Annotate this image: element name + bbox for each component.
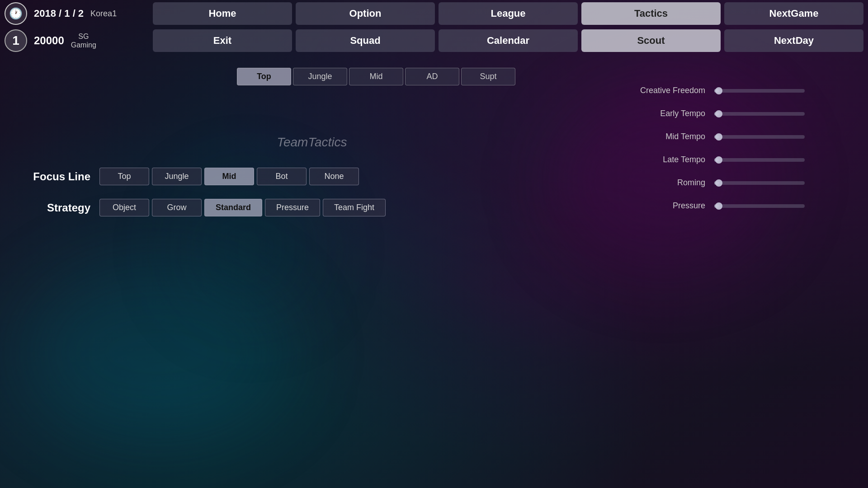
role-tab-mid[interactable]: Mid <box>349 68 403 85</box>
strategy-teamfight-button[interactable]: Team Fight <box>323 199 386 216</box>
focus-bot-button[interactable]: Bot <box>257 168 307 185</box>
nextday-button[interactable]: NextDay <box>724 29 863 52</box>
calendar-button[interactable]: Calendar <box>439 29 578 52</box>
slider-roming: Roming <box>624 178 850 188</box>
slider-mid-tempo: Mid Tempo <box>624 132 850 141</box>
early-tempo-track[interactable] <box>714 112 805 116</box>
strategy-row: Strategy Object Grow Standard Pressure T… <box>18 199 606 216</box>
late-tempo-track[interactable] <box>714 158 805 162</box>
money-display: 20000 <box>34 34 64 47</box>
team-tactics-label: TeamTactics <box>18 135 606 150</box>
focus-jungle-button[interactable]: Jungle <box>152 168 202 185</box>
late-tempo-label: Late Tempo <box>624 155 705 164</box>
roming-track[interactable] <box>714 181 805 185</box>
role-tab-ad[interactable]: AD <box>405 68 459 85</box>
date-display: 2018 / 1 / 2 <box>34 8 84 19</box>
slider-pressure: Pressure <box>624 201 850 211</box>
strategy-pressure-button[interactable]: Pressure <box>265 199 320 216</box>
pressure-label: Pressure <box>624 201 705 211</box>
focus-line-label: Focus Line <box>18 170 90 183</box>
slider-creative-freedom: Creative Freedom <box>624 86 850 95</box>
strategy-grow-button[interactable]: Grow <box>152 199 202 216</box>
focus-line-row: Focus Line Top Jungle Mid Bot None <box>18 168 606 185</box>
role-tab-top[interactable]: Top <box>237 68 291 85</box>
creative-freedom-label: Creative Freedom <box>624 86 705 95</box>
strategy-buttons: Object Grow Standard Pressure Team Fight <box>99 199 386 216</box>
exit-button[interactable]: Exit <box>153 29 292 52</box>
strategy-label: Strategy <box>18 202 90 214</box>
tactics-button[interactable]: Tactics <box>581 2 721 25</box>
slider-late-tempo: Late Tempo <box>624 155 850 164</box>
squad-button[interactable]: Squad <box>296 29 435 52</box>
early-tempo-label: Early Tempo <box>624 109 705 118</box>
strategy-standard-button[interactable]: Standard <box>204 199 262 216</box>
role-tab-jungle[interactable]: Jungle <box>293 68 347 85</box>
sliders-section: Creative Freedom Early Tempo Mid Tempo <box>624 86 850 211</box>
focus-none-button[interactable]: None <box>309 168 359 185</box>
team-name-display: SGGaming <box>71 32 96 49</box>
clock-icon: 🕐 <box>5 2 27 25</box>
creative-freedom-track[interactable] <box>714 89 805 93</box>
scout-button[interactable]: Scout <box>581 29 721 52</box>
league-button[interactable]: League <box>439 2 578 25</box>
role-tabs: Top Jungle Mid AD Supt <box>237 68 515 85</box>
strategy-object-button[interactable]: Object <box>99 199 149 216</box>
focus-mid-button[interactable]: Mid <box>204 168 254 185</box>
option-button[interactable]: Option <box>296 2 435 25</box>
home-button[interactable]: Home <box>153 2 292 25</box>
focus-line-buttons: Top Jungle Mid Bot None <box>99 168 359 185</box>
role-tab-supt[interactable]: Supt <box>461 68 515 85</box>
focus-top-button[interactable]: Top <box>99 168 149 185</box>
mid-tempo-label: Mid Tempo <box>624 132 705 141</box>
slider-early-tempo: Early Tempo <box>624 109 850 118</box>
mid-tempo-track[interactable] <box>714 135 805 139</box>
round-badge: 1 <box>5 29 27 52</box>
region-display: Korea1 <box>90 9 117 19</box>
roming-label: Roming <box>624 178 705 188</box>
pressure-track[interactable] <box>714 204 805 208</box>
nextgame-button[interactable]: NextGame <box>724 2 863 25</box>
